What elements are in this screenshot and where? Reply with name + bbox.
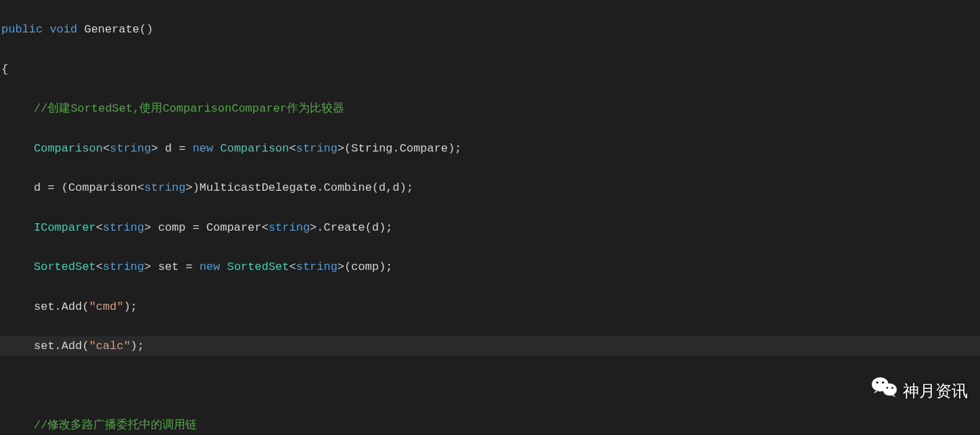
code-line: Comparison<string> d = new Comparison<st… — [0, 139, 980, 158]
svg-point-6 — [891, 387, 893, 389]
punct: < — [96, 221, 103, 234]
punct: < — [262, 221, 269, 234]
code-line: d = (Comparison<string>)MulticastDelegat… — [0, 178, 980, 198]
code-line — [0, 375, 980, 395]
type: IComparer — [34, 221, 96, 234]
wechat-icon — [872, 375, 897, 407]
keyword: new — [193, 142, 214, 155]
comment: //修改多路广播委托中的调用链 — [34, 419, 197, 432]
text: > comp = Comparer — [144, 221, 261, 234]
punct: < — [103, 142, 110, 155]
type: Comparison — [34, 142, 103, 155]
text: d = (Comparison — [34, 181, 137, 194]
brace: { — [1, 63, 8, 76]
keyword: string — [269, 221, 310, 234]
code-line: SortedSet<string> set = new SortedSet<st… — [0, 257, 980, 277]
code-line: //修改多路广播委托中的调用链 — [0, 415, 980, 435]
string: "calc" — [89, 340, 131, 352]
text: >.Create(d); — [310, 221, 392, 234]
keyword: public — [1, 23, 43, 36]
text: ); — [131, 340, 144, 352]
keyword: string — [110, 142, 151, 155]
text: set.Add( — [34, 300, 89, 313]
keyword: void — [49, 23, 77, 36]
text: >(comp); — [337, 260, 393, 273]
text: set.Add( — [34, 340, 89, 352]
keyword: string — [144, 181, 185, 194]
code-line: IComparer<string> comp = Comparer<string… — [0, 218, 980, 237]
comment: //创建SortedSet,使用ComparisonComparer作为比较器 — [34, 102, 344, 115]
code-line: //创建SortedSet,使用ComparisonComparer作为比较器 — [0, 99, 980, 118]
punct: < — [289, 260, 296, 273]
code-line-highlighted: set.Add("calc"); — [0, 336, 980, 356]
svg-point-3 — [876, 381, 878, 383]
text: ); — [124, 300, 137, 313]
code-line: set.Add("cmd"); — [0, 297, 980, 317]
svg-point-4 — [882, 381, 884, 383]
text: >(String.Compare); — [337, 142, 462, 155]
keyword: string — [103, 260, 144, 273]
keyword: string — [296, 142, 337, 155]
watermark: 神月资讯 — [872, 375, 968, 407]
text: > set = — [144, 260, 200, 273]
text: > d = — [151, 142, 192, 155]
punct: < — [96, 260, 103, 273]
text: >)MulticastDelegate.Combine(d,d); — [185, 181, 413, 194]
watermark-text: 神月资讯 — [903, 377, 968, 405]
keyword: string — [296, 260, 337, 273]
type: SortedSet — [34, 260, 96, 273]
svg-point-5 — [886, 387, 888, 389]
code-line: { — [0, 60, 980, 79]
type: Comparison — [213, 142, 289, 155]
punct: < — [137, 181, 144, 194]
punct: < — [289, 142, 296, 155]
method-name: Generate() — [77, 23, 153, 36]
keyword: new — [200, 260, 220, 273]
code-editor[interactable]: public void Generate() { //创建SortedSet,使… — [0, 0, 980, 435]
code-line: public void Generate() — [0, 20, 980, 39]
type: SortedSet — [220, 260, 289, 273]
string: "cmd" — [89, 300, 124, 313]
keyword: string — [103, 221, 144, 234]
